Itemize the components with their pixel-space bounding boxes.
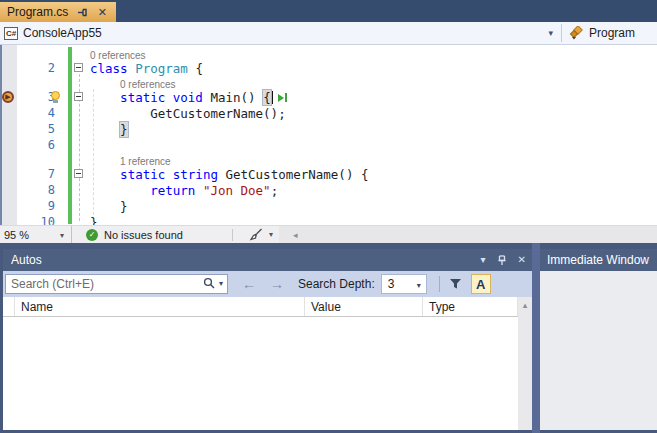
search-depth-label: Search Depth: <box>298 277 375 291</box>
document-tabstrip: Program.cs ✕ <box>0 0 657 22</box>
codelens-row: 1 reference <box>0 153 657 166</box>
tab-title: Program.cs <box>7 5 68 19</box>
code-line[interactable]: 3▶ static void Main() { <box>0 89 657 105</box>
grid-body[interactable] <box>3 317 518 430</box>
project-dropdown[interactable]: C# ConsoleApp55 ▾ <box>0 22 561 44</box>
immediate-window-panel: Immediate Window <box>540 249 657 430</box>
code-line[interactable]: 4 GetCustomerName(); <box>0 105 657 121</box>
autos-toolbar: ▾ ← → Search Depth: 3 ▾ A <box>3 271 532 297</box>
type-name: Program <box>589 26 635 40</box>
grid-header-blank <box>3 297 15 316</box>
line-number: 2 <box>17 60 55 76</box>
immediate-titlebar[interactable]: Immediate Window <box>540 249 657 271</box>
autos-title: Autos <box>11 253 481 267</box>
search-input[interactable] <box>6 277 186 291</box>
search-box[interactable]: ▾ <box>5 274 228 294</box>
vertical-scrollbar[interactable]: ▴ <box>518 297 532 430</box>
class-icon <box>569 26 584 40</box>
fold-toggle-collapse[interactable] <box>74 92 83 101</box>
line-number: 10 <box>17 214 55 225</box>
autos-titlebar[interactable]: Autos ▾ ✕ <box>3 249 532 271</box>
pin-icon[interactable] <box>497 255 507 266</box>
check-circle-icon: ✓ <box>86 229 98 241</box>
immediate-body[interactable] <box>540 271 657 430</box>
zoom-dropdown[interactable]: 95 % ▾ <box>0 226 72 244</box>
code-text: } <box>90 215 98 225</box>
chevron-down-icon[interactable]: ▾ <box>219 279 223 288</box>
line-number: 9 <box>17 198 55 214</box>
code-line[interactable]: 9 } <box>0 198 657 214</box>
vs-window: Program.cs ✕ C# ConsoleApp55 ▾ Progr <box>0 0 657 433</box>
scroll-left-icon[interactable]: ◂ <box>293 230 298 240</box>
codelens-row: 0 references <box>0 47 657 60</box>
code-editor[interactable]: 0 references2class Program {0 references… <box>0 45 657 225</box>
quick-actions-lightbulb-icon[interactable] <box>50 91 61 103</box>
search-depth-value: 3 <box>388 277 395 291</box>
autos-grid: Name Value Type ▴ <box>3 297 532 430</box>
line-number: 4 <box>17 105 55 121</box>
grid-header: Name Value Type <box>3 297 532 317</box>
immediate-title: Immediate Window <box>547 253 651 267</box>
match-case-label: A <box>476 277 485 292</box>
code-line[interactable]: 2class Program { <box>0 60 657 76</box>
statusbar-separator <box>232 229 233 241</box>
forward-arrow-icon[interactable]: → <box>270 276 284 292</box>
code-rows: 0 references2class Program {0 references… <box>0 47 657 225</box>
autos-panel: Autos ▾ ✕ <box>3 249 532 430</box>
code-line[interactable]: 7 static string GetCustomerName() { <box>0 166 657 182</box>
window-position-icon[interactable]: ▾ <box>481 255 486 265</box>
navigation-bar: C# ConsoleApp55 ▾ Program <box>0 22 657 45</box>
editor-statusbar: 95 % ▾ ✓ No issues found ▾ ◂ <box>0 225 657 243</box>
code-text: } <box>90 199 128 214</box>
issues-status-button[interactable]: ✓ No issues found <box>72 229 222 241</box>
code-line[interactable]: 6 <box>0 137 657 153</box>
line-number: 7 <box>17 166 55 182</box>
code-text: class Program { <box>90 61 203 76</box>
tab-program-cs[interactable]: Program.cs ✕ <box>0 2 116 22</box>
zoom-level: 95 % <box>4 229 29 241</box>
grid-header-name[interactable]: Name <box>15 297 305 316</box>
code-text: GetCustomerName(); <box>90 106 286 121</box>
fold-toggle-collapse[interactable] <box>74 63 83 72</box>
type-dropdown[interactable]: Program <box>562 22 657 44</box>
codelens-row: 0 references <box>0 76 657 89</box>
line-number: 5 <box>17 121 55 137</box>
back-arrow-icon[interactable]: ← <box>242 276 256 292</box>
csharp-icon: C# <box>4 27 18 40</box>
code-text: } <box>90 122 128 137</box>
grid-header-type[interactable]: Type <box>423 297 518 316</box>
bottom-panels: Autos ▾ ✕ <box>0 243 657 433</box>
issues-status-text: No issues found <box>104 229 183 241</box>
broom-icon <box>249 228 263 241</box>
horizontal-scrollbar[interactable]: ◂ <box>279 226 657 244</box>
line-number: 8 <box>17 182 55 198</box>
text-caret <box>272 91 273 104</box>
code-text: return "Jon Doe"; <box>90 183 278 198</box>
scroll-up-icon[interactable]: ▴ <box>523 300 528 430</box>
run-to-here-icon[interactable] <box>278 93 287 102</box>
filter-icon[interactable] <box>449 278 462 290</box>
toolbar-separator <box>439 276 440 292</box>
chevron-down-icon[interactable]: ▾ <box>60 231 64 240</box>
panel-splitter[interactable] <box>532 243 540 433</box>
grid-header-value[interactable]: Value <box>305 297 423 316</box>
code-line[interactable]: 8 return "Jon Doe"; <box>0 182 657 198</box>
close-icon[interactable]: ✕ <box>518 255 526 265</box>
chevron-down-icon[interactable]: ▾ <box>417 281 421 290</box>
line-number: 6 <box>17 137 55 153</box>
debug-current-statement-icon: ▶ <box>2 91 14 103</box>
code-line[interactable]: 10} <box>0 214 657 225</box>
close-icon[interactable]: ✕ <box>96 6 108 18</box>
chevron-down-icon[interactable]: ▾ <box>269 230 273 239</box>
chevron-down-icon[interactable]: ▾ <box>548 28 553 38</box>
match-case-toggle[interactable]: A <box>471 274 491 294</box>
code-cleanup-button[interactable]: ▾ <box>243 228 279 241</box>
search-depth-dropdown[interactable]: 3 ▾ <box>381 274 427 294</box>
code-text: static void Main() { <box>90 90 271 105</box>
pin-icon[interactable] <box>76 6 88 18</box>
search-icon[interactable] <box>203 277 215 289</box>
code-line[interactable]: 5 } <box>0 121 657 137</box>
project-name: ConsoleApp55 <box>23 26 102 40</box>
code-text: static string GetCustomerName() { <box>90 167 368 182</box>
fold-toggle-collapse[interactable] <box>74 169 83 178</box>
